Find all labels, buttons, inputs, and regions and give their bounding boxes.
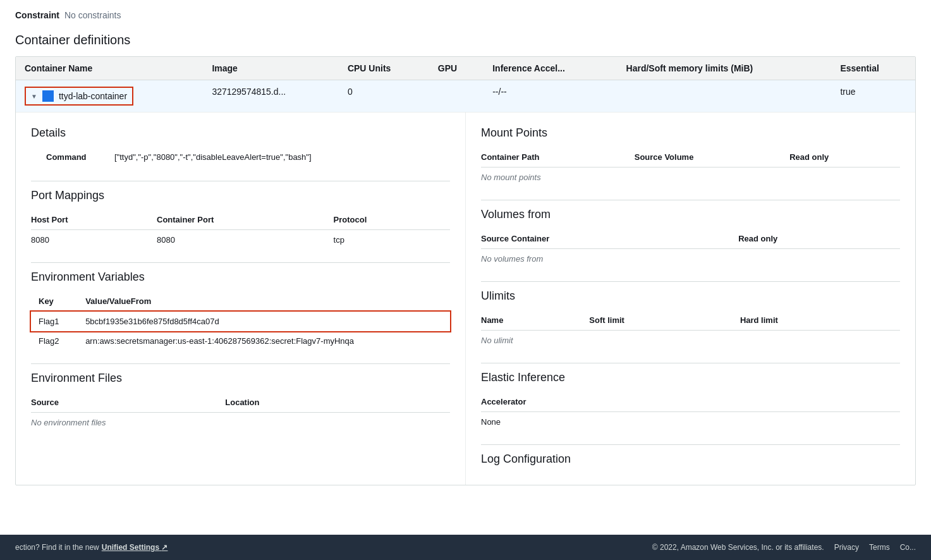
env-key-flag1: Flag1 [31, 312, 78, 332]
env-value-flag1: 5bcbf1935e31b6fe875fd8d5ff4ca07d [78, 312, 450, 332]
col-container-port: Container Port [157, 211, 334, 230]
host-port-value: 8080 [31, 230, 157, 250]
ulimits-table: Name Soft limit Hard limit No ulimit [481, 312, 900, 350]
col-hard-limit: Hard limit [740, 312, 900, 331]
container-inference: --/-- [484, 80, 617, 113]
cookie-link[interactable]: Co... [900, 543, 916, 544]
command-label: Command [31, 149, 107, 166]
env-files-empty: No environment files [31, 413, 450, 433]
expand-icon[interactable]: ▼ [31, 93, 37, 100]
container-image: 327129574815.d... [203, 80, 338, 113]
container-definitions-table: Container Name Image CPU Units GPU Infer… [15, 56, 916, 485]
col-memory: Hard/Soft memory limits (MiB) [618, 57, 832, 80]
container-essential: true [831, 80, 915, 113]
mount-points-table: Container Path Source Volume Read only N… [481, 149, 900, 187]
col-gpu: GPU [429, 57, 484, 80]
details-right-panel: Mount Points Container Path Source Volum… [466, 113, 915, 485]
env-vars-title: Environment Variables [31, 271, 450, 284]
volumes-from-table: Source Container Read only No volumes fr… [481, 230, 900, 269]
mount-points-empty-text: No mount points [481, 167, 900, 188]
container-gpu [429, 80, 484, 113]
ulimits-empty: No ulimit [481, 331, 900, 351]
col-inference: Inference Accel... [484, 57, 617, 80]
external-link-icon: ↗ [161, 543, 167, 544]
port-mappings-table: Host Port Container Port Protocol 8080 8… [31, 211, 450, 250]
container-port-value: 8080 [157, 230, 334, 250]
footer-right: © 2022, Amazon Web Services, Inc. or its… [652, 543, 916, 544]
details-left-panel: Details Command ["ttyd","-p","8080","-t"… [16, 113, 466, 485]
env-vars-container: Key Value/ValueFrom Flag1 5bcbf1935e31b6… [31, 293, 450, 351]
col-location: Location [225, 394, 450, 413]
col-image: Image [203, 57, 338, 80]
env-files-empty-text: No environment files [31, 413, 450, 433]
col-protocol: Protocol [334, 211, 450, 230]
elastic-inference-title: Elastic Inference [481, 371, 900, 384]
details-info-table: Command ["ttyd","-p","8080","-t","disabl… [31, 149, 450, 166]
container-row[interactable]: ▼ ttyd-lab-container 327129574815.d... 0… [16, 80, 915, 113]
container-memory [618, 80, 832, 113]
col-soft-limit: Soft limit [589, 312, 740, 331]
col-source: Source [31, 394, 225, 413]
col-read-only-vol: Read only [738, 230, 900, 249]
env-key-flag2: Flag2 [31, 331, 78, 351]
col-value: Value/ValueFrom [78, 293, 450, 312]
env-files-title: Environment Files [31, 372, 450, 385]
container-cpu: 0 [339, 80, 429, 113]
log-config-title: Log Configuration [481, 453, 900, 466]
volumes-from-title: Volumes from [481, 208, 900, 221]
col-cpu-units: CPU Units [339, 57, 429, 80]
accelerator-value: None [481, 412, 900, 432]
container-color-indicator [42, 90, 54, 102]
env-value-flag2: arn:aws:secretsmanager:us-east-1:4062875… [78, 331, 450, 351]
container-name: ttyd-lab-container [59, 91, 127, 101]
env-files-table: Source Location No environment files [31, 394, 450, 432]
unified-settings-link[interactable]: Unified Settings ↗ [102, 543, 168, 544]
mount-points-empty: No mount points [481, 167, 900, 188]
elastic-inference-table: Accelerator None [481, 393, 900, 432]
col-host-port: Host Port [31, 211, 157, 230]
col-essential: Essential [831, 57, 915, 80]
command-value: ["ttyd","-p","8080","-t","disableLeaveAl… [107, 149, 450, 166]
terms-link[interactable]: Terms [869, 543, 890, 544]
details-title: Details [31, 126, 450, 140]
ulimits-title: Ulimits [481, 289, 900, 303]
protocol-value: tcp [334, 230, 450, 250]
port-mappings-title: Port Mappings [31, 189, 450, 202]
col-ulimit-name: Name [481, 312, 589, 331]
container-details-expanded: Details Command ["ttyd","-p","8080","-t"… [16, 113, 915, 485]
footer-copyright: © 2022, Amazon Web Services, Inc. or its… [652, 543, 824, 544]
col-read-only-mount: Read only [789, 149, 900, 167]
col-accelerator: Accelerator [481, 393, 900, 412]
footer-left-text: ection? Find it in the new [15, 543, 99, 544]
env-vars-table: Key Value/ValueFrom Flag1 5bcbf1935e31b6… [31, 293, 450, 351]
col-source-volume: Source Volume [635, 149, 789, 167]
col-key: Key [31, 293, 78, 312]
footer: ection? Find it in the new Unified Setti… [0, 535, 931, 544]
volumes-from-empty-text: No volumes from [481, 249, 900, 269]
section-title: Container definitions [15, 33, 916, 47]
env-row-flag2: Flag2 arn:aws:secretsmanager:us-east-1:4… [31, 331, 450, 351]
env-row-flag1: Flag1 5bcbf1935e31b6fe875fd8d5ff4ca07d [31, 312, 450, 332]
container-name-cell[interactable]: ▼ ttyd-lab-container [25, 87, 133, 106]
privacy-link[interactable]: Privacy [834, 543, 859, 544]
port-row: 8080 8080 tcp [31, 230, 450, 250]
accelerator-row: None [481, 412, 900, 432]
col-container-path: Container Path [481, 149, 635, 167]
constraint-label: Constraint [15, 10, 59, 20]
mount-points-title: Mount Points [481, 126, 900, 140]
volumes-from-empty: No volumes from [481, 249, 900, 269]
footer-left: ection? Find it in the new Unified Setti… [15, 543, 167, 544]
constraint-value: No constraints [64, 10, 121, 20]
ulimits-empty-text: No ulimit [481, 331, 900, 351]
col-source-container: Source Container [481, 230, 738, 249]
col-container-name: Container Name [16, 57, 203, 80]
